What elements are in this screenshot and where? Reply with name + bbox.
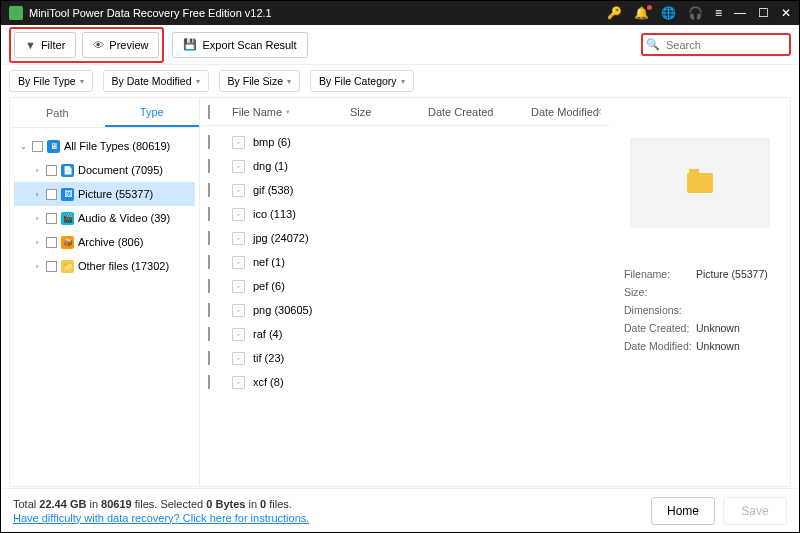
checkbox-all[interactable] <box>208 105 210 119</box>
search-icon: 🔍 <box>646 38 660 51</box>
save-button: Save <box>723 497 787 525</box>
col-modified[interactable]: Date Modified <box>531 106 601 118</box>
checkbox[interactable] <box>208 351 210 365</box>
preview-button[interactable]: 👁 Preview <box>82 32 159 58</box>
archive-icon: 📦 <box>61 236 74 249</box>
bell-icon[interactable]: 🔔 <box>634 6 649 20</box>
app-logo-icon <box>9 6 23 20</box>
file-icon: ▫ <box>232 184 245 197</box>
collapse-icon[interactable]: ⌄ <box>18 142 28 151</box>
tree-root[interactable]: ⌄ 🖥 All File Types (80619) <box>14 134 195 158</box>
dropdown-file-category[interactable]: By File Category▾ <box>310 70 414 92</box>
checkbox[interactable] <box>208 303 210 317</box>
file-icon: ▫ <box>232 160 245 173</box>
meta-label: Filename: <box>624 268 696 280</box>
file-name: nef (1) <box>253 256 285 268</box>
table-row[interactable]: ▫ dng (1) <box>208 154 602 178</box>
checkbox[interactable] <box>46 213 57 224</box>
meta-value: Unknown <box>696 322 740 334</box>
file-icon: ▫ <box>232 256 245 269</box>
table-row[interactable]: ▫ pef (6) <box>208 274 602 298</box>
tree-root-label: All File Types (80619) <box>64 140 170 152</box>
sidebar: Path Type ⌄ 🖥 All File Types (80619) › 📄… <box>10 98 200 486</box>
table-row[interactable]: ▫ ico (113) <box>208 202 602 226</box>
table-row[interactable]: ▫ tif (23) <box>208 346 602 370</box>
checkbox[interactable] <box>46 261 57 272</box>
tab-type[interactable]: Type <box>105 98 200 127</box>
table-row[interactable]: ▫ png (30605) <box>208 298 602 322</box>
checkbox[interactable] <box>208 231 210 245</box>
checkbox[interactable] <box>208 159 210 173</box>
chevron-down-icon: ▾ <box>287 77 291 86</box>
checkbox[interactable] <box>46 189 57 200</box>
file-name: png (30605) <box>253 304 312 316</box>
list-body: ▫ bmp (6) ▫ dng (1) ▫ gif (538) ▫ ico (1… <box>200 126 610 486</box>
expand-icon[interactable]: › <box>32 238 42 247</box>
checkbox[interactable] <box>208 279 210 293</box>
menu-icon[interactable]: ≡ <box>715 6 722 20</box>
tree-item-archive[interactable]: › 📦 Archive (806) <box>14 230 195 254</box>
picture-icon: 🖼 <box>61 188 74 201</box>
table-row[interactable]: ▫ raf (4) <box>208 322 602 346</box>
tree-item-other[interactable]: › 📁 Other files (17302) <box>14 254 195 278</box>
checkbox[interactable] <box>46 237 57 248</box>
file-name: jpg (24072) <box>253 232 309 244</box>
expand-icon[interactable]: › <box>32 166 42 175</box>
globe-icon[interactable]: 🌐 <box>661 6 676 20</box>
expand-icon[interactable]: › <box>32 190 42 199</box>
highlight-search: 🔍 <box>641 33 791 56</box>
dropdown-date-modified[interactable]: By Date Modified▾ <box>103 70 209 92</box>
maximize-icon[interactable]: ☐ <box>758 6 769 20</box>
help-link[interactable]: Have difficulty with data recovery? Clic… <box>13 512 643 524</box>
file-name: gif (538) <box>253 184 293 196</box>
tab-path[interactable]: Path <box>10 98 105 127</box>
key-icon[interactable]: 🔑 <box>607 6 622 20</box>
file-name: pef (6) <box>253 280 285 292</box>
file-name: raf (4) <box>253 328 282 340</box>
col-created[interactable]: Date Created <box>428 106 523 118</box>
tree-item-audio-video[interactable]: › 🎬 Audio & Video (39) <box>14 206 195 230</box>
checkbox[interactable] <box>46 165 57 176</box>
close-preview-icon[interactable]: × <box>594 104 602 119</box>
col-name[interactable]: File Name <box>232 106 282 118</box>
chevron-down-icon: ▾ <box>196 77 200 86</box>
export-button[interactable]: 💾 Export Scan Result <box>172 32 307 58</box>
filter-button[interactable]: ▼ Filter <box>14 32 76 58</box>
file-icon: ▫ <box>232 232 245 245</box>
titlebar: MiniTool Power Data Recovery Free Editio… <box>1 1 799 25</box>
highlight-filter-preview: ▼ Filter 👁 Preview <box>9 27 164 63</box>
chevron-down-icon: ▾ <box>80 77 84 86</box>
tree-item-document[interactable]: › 📄 Document (7095) <box>14 158 195 182</box>
monitor-icon: 🖥 <box>47 140 60 153</box>
table-row[interactable]: ▫ nef (1) <box>208 250 602 274</box>
minimize-icon[interactable]: — <box>734 6 746 20</box>
checkbox[interactable] <box>32 141 43 152</box>
filter-row: By File Type▾ By Date Modified▾ By File … <box>1 65 799 97</box>
main-area: Path Type ⌄ 🖥 All File Types (80619) › 📄… <box>9 97 791 487</box>
table-row[interactable]: ▫ bmp (6) <box>208 130 602 154</box>
checkbox[interactable] <box>208 135 210 149</box>
dropdown-file-type[interactable]: By File Type▾ <box>9 70 93 92</box>
table-row[interactable]: ▫ xcf (8) <box>208 370 602 394</box>
home-button[interactable]: Home <box>651 497 715 525</box>
tree-item-picture[interactable]: › 🖼 Picture (55377) <box>14 182 195 206</box>
table-row[interactable]: ▫ jpg (24072) <box>208 226 602 250</box>
file-icon: ▫ <box>232 304 245 317</box>
window-title: MiniTool Power Data Recovery Free Editio… <box>29 7 607 19</box>
checkbox[interactable] <box>208 375 210 389</box>
tree-item-label: Other files (17302) <box>78 260 169 272</box>
tree: ⌄ 🖥 All File Types (80619) › 📄 Document … <box>10 128 199 284</box>
checkbox[interactable] <box>208 207 210 221</box>
checkbox[interactable] <box>208 327 210 341</box>
expand-icon[interactable]: › <box>32 262 42 271</box>
col-size[interactable]: Size <box>350 106 420 118</box>
expand-icon[interactable]: › <box>32 214 42 223</box>
search-input[interactable] <box>666 38 766 51</box>
checkbox[interactable] <box>208 255 210 269</box>
checkbox[interactable] <box>208 183 210 197</box>
eye-icon: 👁 <box>93 39 104 51</box>
table-row[interactable]: ▫ gif (538) <box>208 178 602 202</box>
dropdown-file-size[interactable]: By File Size▾ <box>219 70 300 92</box>
headphones-icon[interactable]: 🎧 <box>688 6 703 20</box>
close-icon[interactable]: ✕ <box>781 6 791 20</box>
